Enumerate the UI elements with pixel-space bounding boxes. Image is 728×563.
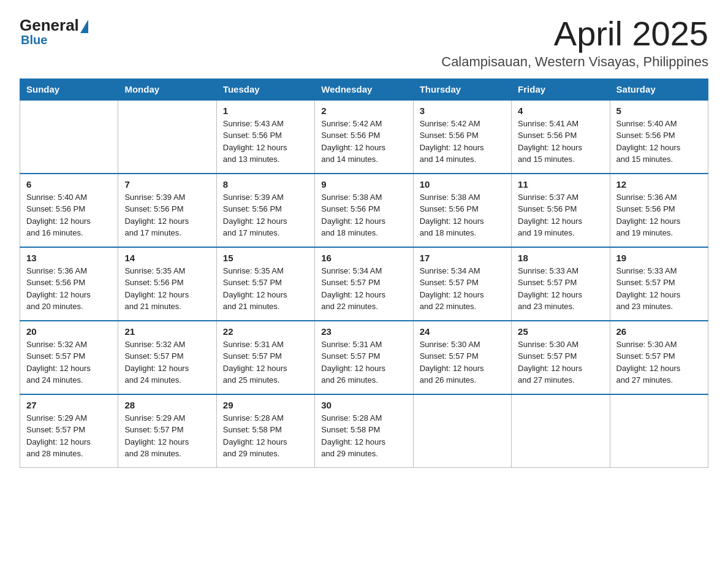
day-number: 23	[321, 326, 406, 337]
day-number: 4	[518, 105, 603, 116]
day-number: 7	[124, 179, 210, 190]
day-number: 28	[124, 400, 210, 410]
day-number: 30	[321, 400, 406, 410]
day-number: 19	[616, 253, 702, 263]
day-info: Sunrise: 5:40 AMSunset: 5:56 PMDaylight:…	[616, 118, 702, 166]
calendar-cell	[512, 394, 610, 468]
day-info: Sunrise: 5:40 AMSunset: 5:56 PMDaylight:…	[26, 191, 112, 239]
day-info: Sunrise: 5:28 AMSunset: 5:58 PMDaylight:…	[321, 412, 406, 460]
day-number: 27	[26, 400, 112, 410]
day-info: Sunrise: 5:39 AMSunset: 5:56 PMDaylight:…	[223, 191, 308, 239]
calendar-cell: 10Sunrise: 5:38 AMSunset: 5:56 PMDayligh…	[413, 174, 511, 247]
day-info: Sunrise: 5:31 AMSunset: 5:57 PMDaylight:…	[223, 339, 308, 386]
calendar-cell: 13Sunrise: 5:36 AMSunset: 5:56 PMDayligh…	[20, 247, 118, 321]
day-number: 17	[420, 253, 505, 263]
calendar-cell: 2Sunrise: 5:42 AMSunset: 5:56 PMDaylight…	[315, 100, 413, 174]
header: General Blue April 2025 Calampisauan, We…	[20, 15, 708, 70]
day-number: 25	[518, 326, 603, 337]
calendar-cell: 28Sunrise: 5:29 AMSunset: 5:57 PMDayligh…	[118, 394, 216, 468]
weekday-header-friday: Friday	[512, 79, 610, 100]
day-number: 8	[223, 179, 308, 190]
calendar-cell: 12Sunrise: 5:36 AMSunset: 5:56 PMDayligh…	[610, 174, 708, 247]
logo-triangle-icon	[80, 20, 88, 33]
calendar-cell: 25Sunrise: 5:30 AMSunset: 5:57 PMDayligh…	[512, 321, 610, 394]
day-info: Sunrise: 5:42 AMSunset: 5:56 PMDaylight:…	[420, 118, 505, 166]
calendar-cell: 24Sunrise: 5:30 AMSunset: 5:57 PMDayligh…	[413, 321, 511, 394]
day-info: Sunrise: 5:35 AMSunset: 5:56 PMDaylight:…	[124, 265, 210, 313]
calendar-cell: 7Sunrise: 5:39 AMSunset: 5:56 PMDaylight…	[118, 174, 216, 247]
calendar-week-row: 27Sunrise: 5:29 AMSunset: 5:57 PMDayligh…	[20, 394, 708, 468]
calendar-cell	[118, 100, 216, 174]
calendar-cell	[610, 394, 708, 468]
weekday-header-sunday: Sunday	[20, 79, 118, 100]
day-info: Sunrise: 5:36 AMSunset: 5:56 PMDaylight:…	[26, 265, 112, 313]
calendar-cell: 5Sunrise: 5:40 AMSunset: 5:56 PMDaylight…	[610, 100, 708, 174]
calendar-cell: 6Sunrise: 5:40 AMSunset: 5:56 PMDaylight…	[20, 174, 118, 247]
calendar-cell: 1Sunrise: 5:43 AMSunset: 5:56 PMDaylight…	[216, 100, 314, 174]
day-number: 6	[26, 179, 112, 190]
calendar-cell: 9Sunrise: 5:38 AMSunset: 5:56 PMDaylight…	[315, 174, 413, 247]
day-number: 26	[616, 326, 702, 337]
calendar-cell: 18Sunrise: 5:33 AMSunset: 5:57 PMDayligh…	[512, 247, 610, 321]
day-info: Sunrise: 5:39 AMSunset: 5:56 PMDaylight:…	[124, 191, 210, 239]
calendar-cell: 4Sunrise: 5:41 AMSunset: 5:56 PMDaylight…	[512, 100, 610, 174]
day-info: Sunrise: 5:32 AMSunset: 5:57 PMDaylight:…	[26, 339, 112, 386]
calendar-cell: 20Sunrise: 5:32 AMSunset: 5:57 PMDayligh…	[20, 321, 118, 394]
calendar-cell: 16Sunrise: 5:34 AMSunset: 5:57 PMDayligh…	[315, 247, 413, 321]
weekday-header-row: SundayMondayTuesdayWednesdayThursdayFrid…	[20, 79, 708, 100]
day-info: Sunrise: 5:32 AMSunset: 5:57 PMDaylight:…	[124, 339, 210, 386]
day-info: Sunrise: 5:31 AMSunset: 5:57 PMDaylight:…	[321, 339, 406, 386]
calendar-cell: 8Sunrise: 5:39 AMSunset: 5:56 PMDaylight…	[216, 174, 314, 247]
day-number: 1	[223, 105, 308, 116]
calendar-week-row: 20Sunrise: 5:32 AMSunset: 5:57 PMDayligh…	[20, 321, 708, 394]
day-number: 24	[420, 326, 505, 337]
day-number: 10	[420, 179, 505, 190]
day-info: Sunrise: 5:33 AMSunset: 5:57 PMDaylight:…	[518, 265, 603, 313]
calendar-cell: 21Sunrise: 5:32 AMSunset: 5:57 PMDayligh…	[118, 321, 216, 394]
calendar-cell: 26Sunrise: 5:30 AMSunset: 5:57 PMDayligh…	[610, 321, 708, 394]
day-info: Sunrise: 5:41 AMSunset: 5:56 PMDaylight:…	[518, 118, 603, 166]
page-subtitle: Calampisauan, Western Visayas, Philippin…	[441, 54, 708, 70]
calendar-cell: 29Sunrise: 5:28 AMSunset: 5:58 PMDayligh…	[216, 394, 314, 468]
calendar-cell	[20, 100, 118, 174]
logo-blue-text: Blue	[21, 33, 47, 47]
day-number: 20	[26, 326, 112, 337]
day-number: 22	[223, 326, 308, 337]
calendar-cell: 15Sunrise: 5:35 AMSunset: 5:57 PMDayligh…	[216, 247, 314, 321]
day-number: 9	[321, 179, 406, 190]
day-number: 3	[420, 105, 505, 116]
day-number: 21	[124, 326, 210, 337]
calendar-table: SundayMondayTuesdayWednesdayThursdayFrid…	[20, 79, 708, 468]
day-info: Sunrise: 5:38 AMSunset: 5:56 PMDaylight:…	[321, 191, 406, 239]
calendar-cell: 30Sunrise: 5:28 AMSunset: 5:58 PMDayligh…	[315, 394, 413, 468]
day-number: 29	[223, 400, 308, 410]
day-info: Sunrise: 5:29 AMSunset: 5:57 PMDaylight:…	[124, 412, 210, 460]
day-number: 13	[26, 253, 112, 263]
calendar-week-row: 1Sunrise: 5:43 AMSunset: 5:56 PMDaylight…	[20, 100, 708, 174]
day-info: Sunrise: 5:37 AMSunset: 5:56 PMDaylight:…	[518, 191, 603, 239]
title-block: April 2025 Calampisauan, Western Visayas…	[441, 15, 708, 70]
calendar-week-row: 13Sunrise: 5:36 AMSunset: 5:56 PMDayligh…	[20, 247, 708, 321]
day-info: Sunrise: 5:38 AMSunset: 5:56 PMDaylight:…	[420, 191, 505, 239]
calendar-cell: 23Sunrise: 5:31 AMSunset: 5:57 PMDayligh…	[315, 321, 413, 394]
day-info: Sunrise: 5:28 AMSunset: 5:58 PMDaylight:…	[223, 412, 308, 460]
weekday-header-monday: Monday	[118, 79, 216, 100]
calendar-cell: 19Sunrise: 5:33 AMSunset: 5:57 PMDayligh…	[610, 247, 708, 321]
calendar-cell: 14Sunrise: 5:35 AMSunset: 5:56 PMDayligh…	[118, 247, 216, 321]
calendar-cell	[413, 394, 511, 468]
calendar-cell: 3Sunrise: 5:42 AMSunset: 5:56 PMDaylight…	[413, 100, 511, 174]
page-title: April 2025	[441, 15, 708, 53]
weekday-header-wednesday: Wednesday	[315, 79, 413, 100]
calendar-cell: 22Sunrise: 5:31 AMSunset: 5:57 PMDayligh…	[216, 321, 314, 394]
logo-general-text: General	[20, 17, 79, 33]
day-info: Sunrise: 5:42 AMSunset: 5:56 PMDaylight:…	[321, 118, 406, 166]
day-number: 5	[616, 105, 702, 116]
calendar-cell: 17Sunrise: 5:34 AMSunset: 5:57 PMDayligh…	[413, 247, 511, 321]
day-info: Sunrise: 5:43 AMSunset: 5:56 PMDaylight:…	[223, 118, 308, 166]
weekday-header-saturday: Saturday	[610, 79, 708, 100]
day-number: 15	[223, 253, 308, 263]
weekday-header-tuesday: Tuesday	[216, 79, 314, 100]
day-info: Sunrise: 5:30 AMSunset: 5:57 PMDaylight:…	[518, 339, 603, 386]
day-number: 2	[321, 105, 406, 116]
day-info: Sunrise: 5:30 AMSunset: 5:57 PMDaylight:…	[420, 339, 505, 386]
